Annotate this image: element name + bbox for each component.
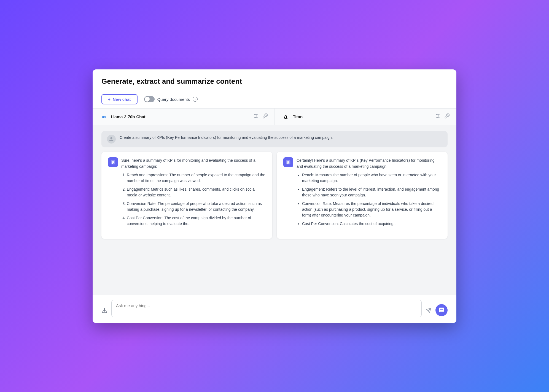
svg-point-10 <box>438 115 439 116</box>
query-docs-label: Query documents <box>157 97 190 102</box>
header: Generate, extract and summarize content <box>93 69 456 90</box>
responses-row: Sure, here's a summary of KPIs for monit… <box>101 152 448 239</box>
svg-point-4 <box>256 115 257 116</box>
llama-settings-icon[interactable] <box>253 113 259 120</box>
list-item: Engagement: Metrics such as likes, share… <box>127 186 266 198</box>
new-chat-label: New chat <box>113 97 131 102</box>
titan-intro: Certainly! Here's a summary of KPIs (Key… <box>297 157 441 170</box>
page-title: Generate, extract and summarize content <box>101 77 448 86</box>
info-icon[interactable]: i <box>193 97 198 102</box>
user-message: Create a summary of KPIs (Key Performanc… <box>101 131 448 147</box>
meta-logo: ∞ <box>99 112 108 121</box>
list-item: Engagement: Refers to the level of inter… <box>302 186 441 198</box>
llama-wrench-icon[interactable] <box>262 113 268 120</box>
svg-point-3 <box>254 114 255 115</box>
user-message-text: Create a summary of KPIs (Key Performanc… <box>120 135 333 140</box>
list-item: Reach: Measures the number of people who… <box>302 172 441 184</box>
new-chat-button[interactable]: + New chat <box>101 94 138 104</box>
titan-response-card: Certainly! Here's a summary of KPIs (Key… <box>277 152 448 239</box>
plus-icon: + <box>108 97 111 102</box>
query-docs-toggle[interactable] <box>144 96 155 102</box>
amazon-logo-icon: a <box>284 113 287 120</box>
titan-settings-icon[interactable] <box>435 113 440 120</box>
svg-point-5 <box>255 117 255 118</box>
list-item: Conversion Rate: Measures the percentage… <box>302 201 441 218</box>
list-item: Reach and Impressions: The number of peo… <box>127 172 266 184</box>
svg-point-9 <box>436 114 437 115</box>
amazon-logo: a <box>281 112 290 121</box>
meta-logo-icon: ∞ <box>101 113 106 120</box>
titan-ai-icon <box>283 157 293 167</box>
llama-response-card: Sure, here's a summary of KPIs for monit… <box>101 152 272 239</box>
download-button[interactable] <box>101 307 107 317</box>
llama-intro: Sure, here's a summary of KPIs for monit… <box>121 157 266 170</box>
models-bar: ∞ Llama-2-70b-Chat <box>93 109 456 125</box>
person-icon <box>109 137 114 142</box>
input-area <box>93 295 456 323</box>
send-button[interactable] <box>426 307 432 317</box>
list-item: Cost Per Conversion: The cost of the cam… <box>127 215 266 227</box>
titan-wrench-icon[interactable] <box>444 113 450 120</box>
main-window: Generate, extract and summarize content … <box>93 69 456 323</box>
svg-point-11 <box>437 117 438 118</box>
model-info-llama: ∞ Llama-2-70b-Chat <box>99 112 146 121</box>
chat-input[interactable] <box>116 303 417 313</box>
titan-list: Reach: Measures the number of people who… <box>297 172 441 227</box>
query-docs-control: Query documents i <box>144 96 198 102</box>
titan-model-icons <box>435 113 450 120</box>
model-info-titan: a Titan <box>281 112 303 121</box>
llama-response-text: Sure, here's a summary of KPIs for monit… <box>121 157 266 230</box>
llama-list: Reach and Impressions: The number of peo… <box>121 172 266 227</box>
model-tab-llama: ∞ Llama-2-70b-Chat <box>93 109 275 125</box>
llama-ai-icon <box>108 157 118 167</box>
list-item: Conversion Rate: The percentage of peopl… <box>127 201 266 212</box>
titan-model-name: Titan <box>293 114 303 119</box>
titan-response-header: Certainly! Here's a summary of KPIs (Key… <box>283 157 441 230</box>
llama-model-icons <box>253 113 268 120</box>
titan-response-text: Certainly! Here's a summary of KPIs (Key… <box>297 157 441 230</box>
llama-response-header: Sure, here's a summary of KPIs for monit… <box>108 157 266 230</box>
user-avatar <box>107 135 116 144</box>
llama-model-name: Llama-2-70b-Chat <box>111 114 146 119</box>
list-item: Cost Per Conversion: Calculates the cost… <box>302 221 441 227</box>
chat-area: Create a summary of KPIs (Key Performanc… <box>93 125 456 295</box>
chat-fab-button[interactable] <box>435 304 448 316</box>
chat-input-wrapper <box>111 300 422 317</box>
toolbar: + New chat Query documents i <box>93 90 456 109</box>
model-tab-titan: a Titan <box>275 109 457 125</box>
